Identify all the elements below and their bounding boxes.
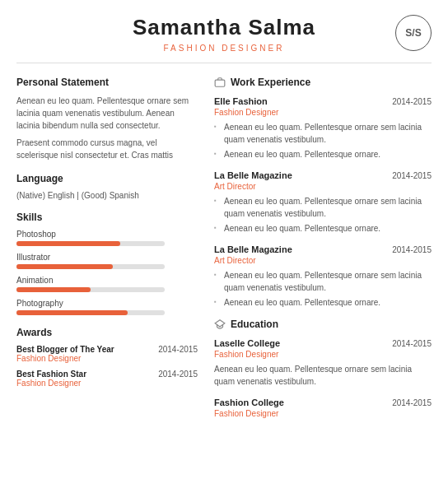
skills-container: PhotoshopIllustratorAnimationPhotography <box>16 230 198 315</box>
edu-entry: Fashion College2014-2015Fashion Designer <box>214 398 432 418</box>
briefcase-icon <box>214 77 226 88</box>
award-header: Best Fashion Star2014-2015 <box>16 370 198 379</box>
education-title: Education <box>214 319 432 330</box>
avatar: S/S <box>395 15 432 51</box>
skill-name: Photography <box>16 299 198 308</box>
skill-item: Illustrator <box>16 253 198 269</box>
edu-dates: 2014-2015 <box>392 398 432 407</box>
edu-company: Fashion College <box>214 398 284 407</box>
edu-entry-header: Laselle College2014-2015 <box>214 338 432 348</box>
skill-name: Photoshop <box>16 230 198 239</box>
language-text: (Native) English | (Good) Spanish <box>16 191 198 200</box>
skill-item: Photoshop <box>16 230 198 246</box>
bullet-item: Aenean eu leo quam. Pellentesque ornare. <box>214 296 432 309</box>
skill-bar-fill <box>16 264 113 269</box>
entry-role: Art Director <box>214 256 432 265</box>
entry-header: Elle Fashion2014-2015 <box>214 96 432 106</box>
award-name: Best Blogger of The Year <box>16 345 114 354</box>
edu-dates: 2014-2015 <box>392 339 432 348</box>
skill-bar-fill <box>16 310 128 315</box>
education-icon <box>214 319 226 330</box>
entry-dates: 2014-2015 <box>392 97 432 106</box>
left-column: Personal Statement Aenean eu leo quam. P… <box>16 77 198 428</box>
work-entry: Elle Fashion2014-2015Fashion DesignerAen… <box>214 96 432 160</box>
award-entry: Best Blogger of The Year2014-2015Fashion… <box>16 345 198 363</box>
skill-bar-bg <box>16 264 165 269</box>
edu-company: Laselle College <box>214 338 280 348</box>
entry-dates: 2014-2015 <box>392 171 432 180</box>
entry-bullets: Aenean eu leo quam. Pellentesque ornare … <box>214 195 432 235</box>
entry-bullets: Aenean eu leo quam. Pellentesque ornare … <box>214 269 432 309</box>
personal-statement-p2: Praesent commodo cursus magna, vel scele… <box>16 137 198 161</box>
bullet-item: Aenean eu leo quam. Pellentesque ornare … <box>214 195 432 220</box>
entry-header: La Belle Magazine2014-2015 <box>214 244 432 254</box>
main-content: Personal Statement Aenean eu leo quam. P… <box>0 63 448 428</box>
skills-title: Skills <box>16 212 198 223</box>
work-experience-title: Work Experience <box>214 77 432 88</box>
skill-bar-bg <box>16 241 165 246</box>
award-entry: Best Fashion Star2014-2015Fashion Design… <box>16 370 198 388</box>
skill-name: Illustrator <box>16 253 198 262</box>
skill-bar-fill <box>16 241 120 246</box>
entry-bullets: Aenean eu leo quam. Pellentesque ornare … <box>214 121 432 160</box>
svg-rect-0 <box>215 80 225 86</box>
awards-container: Best Blogger of The Year2014-2015Fashion… <box>16 345 198 388</box>
skill-item: Photography <box>16 299 198 315</box>
entry-dates: 2014-2015 <box>392 245 432 254</box>
award-header: Best Blogger of The Year2014-2015 <box>16 345 198 354</box>
header-title: FASHION DESIGNER <box>16 44 432 53</box>
skill-bar-bg <box>16 310 165 315</box>
work-entry: La Belle Magazine2014-2015Art DirectorAe… <box>214 170 432 235</box>
edu-body: Aenean eu leo quam. Pellentesque ornare … <box>214 363 432 388</box>
header: Samantha Salma FASHION DESIGNER S/S <box>0 0 448 63</box>
edu-role: Fashion Designer <box>214 409 432 418</box>
header-name: Samantha Salma <box>16 15 432 40</box>
awards-title: Awards <box>16 327 198 338</box>
edu-role: Fashion Designer <box>214 350 432 359</box>
personal-statement-p1: Aenean eu leo quam. Pellentesque ornare … <box>16 95 198 132</box>
edu-entry-header: Fashion College2014-2015 <box>214 398 432 407</box>
personal-statement-title: Personal Statement <box>16 77 198 88</box>
work-entry: La Belle Magazine2014-2015Art DirectorAe… <box>214 244 432 309</box>
award-dates: 2014-2015 <box>158 345 198 354</box>
entry-company: La Belle Magazine <box>214 244 292 254</box>
edu-container: Laselle College2014-2015Fashion Designer… <box>214 338 432 418</box>
edu-entry: Laselle College2014-2015Fashion Designer… <box>214 338 432 388</box>
entry-company: La Belle Magazine <box>214 170 292 180</box>
entry-header: La Belle Magazine2014-2015 <box>214 170 432 180</box>
bullet-item: Aenean eu leo quam. Pellentesque ornare. <box>214 148 432 160</box>
skill-name: Animation <box>16 276 198 285</box>
award-role: Fashion Designer <box>16 354 198 363</box>
award-role: Fashion Designer <box>16 379 198 388</box>
entry-role: Art Director <box>214 182 432 191</box>
work-container: Elle Fashion2014-2015Fashion DesignerAen… <box>214 96 432 309</box>
entry-company: Elle Fashion <box>214 96 268 106</box>
skill-bar-fill <box>16 287 91 292</box>
skill-bar-bg <box>16 287 165 292</box>
skill-item: Animation <box>16 276 198 292</box>
right-column: Work Experience Elle Fashion2014-2015Fas… <box>214 77 432 428</box>
bullet-item: Aenean eu leo quam. Pellentesque ornare. <box>214 222 432 235</box>
award-name: Best Fashion Star <box>16 370 86 379</box>
language-title: Language <box>16 173 198 184</box>
bullet-item: Aenean eu leo quam. Pellentesque ornare … <box>214 121 432 146</box>
bullet-item: Aenean eu leo quam. Pellentesque ornare … <box>214 269 432 294</box>
award-dates: 2014-2015 <box>158 370 198 379</box>
entry-role: Fashion Designer <box>214 108 432 117</box>
